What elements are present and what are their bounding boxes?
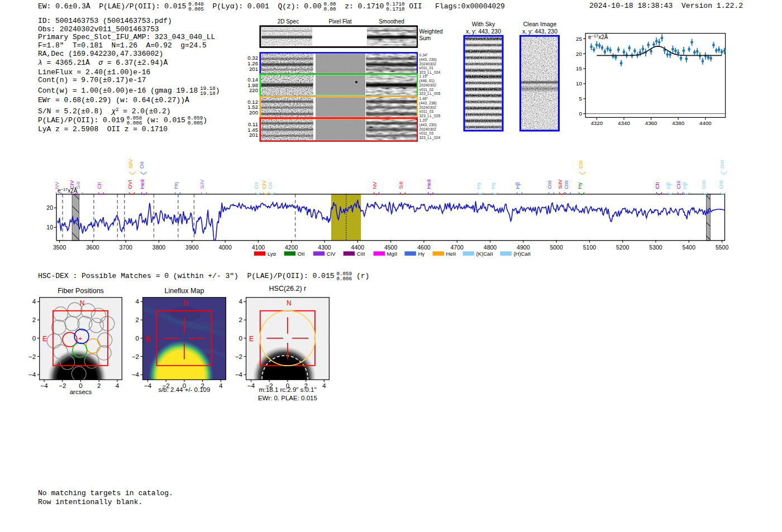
svg-text:0: 0 bbox=[32, 335, 36, 342]
svg-text:−2: −2 bbox=[235, 353, 242, 360]
svg-text:1.19": 1.19" bbox=[419, 74, 428, 78]
svg-text:OII: OII bbox=[139, 161, 145, 169]
svg-text:v011_03: v011_03 bbox=[419, 131, 434, 136]
svg-text:5100: 5100 bbox=[583, 244, 597, 251]
svg-text:4340: 4340 bbox=[618, 120, 630, 126]
svg-text:200: 200 bbox=[249, 109, 258, 116]
svg-text:x, y: 443, 230: x, y: 443, 230 bbox=[522, 28, 557, 35]
svg-text:−4: −4 bbox=[247, 382, 255, 389]
svg-text:3500: 3500 bbox=[53, 244, 66, 251]
svg-text:0: 0 bbox=[136, 335, 139, 342]
svg-text:0.34": 0.34" bbox=[419, 53, 428, 57]
svg-text:−4: −4 bbox=[132, 371, 140, 378]
svg-text:1.20": 1.20" bbox=[419, 118, 428, 122]
svg-text:5400: 5400 bbox=[683, 244, 696, 251]
svg-text:OII: OII bbox=[298, 251, 305, 257]
svg-text:Fiber Positions: Fiber Positions bbox=[58, 287, 104, 295]
svg-text:4800: 4800 bbox=[484, 244, 497, 251]
svg-text:4: 4 bbox=[116, 382, 120, 389]
svg-text:OVI: OVI bbox=[127, 180, 133, 189]
svg-text:4900: 4900 bbox=[517, 244, 530, 251]
svg-text:323_LL_024: 323_LL_024 bbox=[419, 136, 441, 140]
svg-text:20240302: 20240302 bbox=[419, 106, 436, 109]
svg-text:+: + bbox=[79, 335, 82, 342]
svg-text:Hβ: Hβ bbox=[681, 182, 688, 189]
svg-text:4200: 4200 bbox=[285, 244, 298, 251]
svg-text:4360: 4360 bbox=[645, 120, 657, 126]
svg-text:Hβ: Hβ bbox=[665, 182, 671, 189]
svg-text:Hγ: Hγ bbox=[576, 183, 583, 189]
svg-text:Weighted: Weighted bbox=[419, 28, 443, 35]
svg-text:NV: NV bbox=[371, 181, 378, 189]
svg-text:3600: 3600 bbox=[86, 244, 99, 251]
svg-text:OIII: OIII bbox=[700, 180, 707, 189]
svg-text:4600: 4600 bbox=[417, 244, 431, 251]
svg-text:4100: 4100 bbox=[252, 244, 265, 251]
svg-text:EWr: 0. PLAE: 0.015: EWr: 0. PLAE: 0.015 bbox=[258, 395, 317, 401]
svg-text:15: 15 bbox=[576, 65, 582, 71]
svg-text:CIII: CIII bbox=[357, 251, 365, 257]
svg-text:20240302: 20240302 bbox=[419, 62, 436, 66]
svg-text:4320: 4320 bbox=[590, 120, 603, 126]
svg-text:SiIV: SiIV bbox=[127, 159, 133, 169]
svg-text:2: 2 bbox=[136, 317, 139, 323]
svg-text:(K)CaII: (K)CaII bbox=[476, 251, 493, 257]
svg-text:(446, 61): (446, 61) bbox=[419, 79, 435, 83]
svg-text:1.46": 1.46" bbox=[419, 97, 428, 100]
svg-text:20240302: 20240302 bbox=[419, 127, 436, 131]
svg-text:−2: −2 bbox=[59, 382, 66, 389]
svg-text:5500: 5500 bbox=[716, 244, 729, 251]
svg-text:HeII: HeII bbox=[426, 179, 432, 189]
svg-text:With Sky: With Sky bbox=[472, 21, 495, 27]
svg-text:E: E bbox=[249, 335, 254, 343]
svg-text:10: 10 bbox=[576, 80, 582, 87]
svg-text:5200: 5200 bbox=[616, 244, 630, 251]
svg-text:4: 4 bbox=[239, 298, 243, 305]
svg-text:v011_03: v011_03 bbox=[419, 109, 434, 114]
svg-text:CII: CII bbox=[96, 182, 102, 189]
svg-text:CII: CII bbox=[654, 182, 660, 189]
svg-text:e−17x2Å: e−17x2Å bbox=[588, 33, 608, 41]
svg-text:(H)CaII: (H)CaII bbox=[513, 251, 531, 257]
svg-text:4500: 4500 bbox=[384, 244, 398, 251]
svg-text:220: 220 bbox=[249, 87, 258, 93]
svg-text:4380: 4380 bbox=[672, 120, 684, 126]
svg-text:v011_02: v011_02 bbox=[419, 88, 434, 92]
svg-text:N: N bbox=[80, 299, 85, 307]
svg-text:CIII: CIII bbox=[578, 160, 584, 169]
svg-text:4: 4 bbox=[219, 382, 223, 389]
svg-text:Hγ: Hγ bbox=[490, 183, 496, 189]
svg-text:4700: 4700 bbox=[451, 244, 464, 251]
svg-text:OIII: OIII bbox=[719, 160, 725, 169]
svg-text:OIII: OIII bbox=[718, 180, 724, 189]
svg-text:SiIV: SiIV bbox=[557, 179, 563, 189]
svg-text:SiII: SiII bbox=[398, 181, 404, 189]
svg-text:201: 201 bbox=[249, 132, 258, 138]
svg-text:−4: −4 bbox=[144, 382, 152, 389]
svg-text:Hη: Hη bbox=[173, 182, 179, 189]
svg-text:4: 4 bbox=[322, 382, 326, 389]
svg-text:−4: −4 bbox=[28, 371, 36, 378]
svg-text:HeII: HeII bbox=[139, 179, 145, 189]
svg-text:2: 2 bbox=[239, 317, 242, 323]
svg-text:Smoothed: Smoothed bbox=[379, 18, 404, 25]
svg-text:10: 10 bbox=[46, 224, 53, 231]
svg-text:25: 25 bbox=[576, 36, 582, 42]
svg-text:s/b: 2.44 +/- 0.109: s/b: 2.44 +/- 0.109 bbox=[158, 386, 210, 393]
svg-text:20240302: 20240302 bbox=[419, 83, 436, 87]
svg-text:OIII: OIII bbox=[546, 180, 552, 189]
svg-text:m:18.1 rc:2.9" s:0.1": m:18.1 rc:2.9" s:0.1" bbox=[259, 386, 316, 393]
svg-text:201: 201 bbox=[249, 66, 258, 72]
svg-text:3900: 3900 bbox=[185, 244, 199, 251]
svg-text:323_LL_005: 323_LL_005 bbox=[419, 92, 441, 96]
svg-text:323_LL_025: 323_LL_025 bbox=[419, 114, 441, 118]
svg-text:(443, 238): (443, 238) bbox=[419, 101, 437, 106]
svg-text:CIV: CIV bbox=[261, 180, 267, 189]
svg-text:4: 4 bbox=[32, 298, 36, 305]
svg-text:−2: −2 bbox=[132, 353, 139, 360]
svg-text:Sum: Sum bbox=[419, 35, 431, 41]
svg-text:OIII: OIII bbox=[563, 180, 569, 189]
svg-text:4000: 4000 bbox=[218, 244, 232, 251]
svg-text:SiIV: SiIV bbox=[199, 179, 205, 189]
svg-text:(443, 230): (443, 230) bbox=[419, 123, 437, 127]
